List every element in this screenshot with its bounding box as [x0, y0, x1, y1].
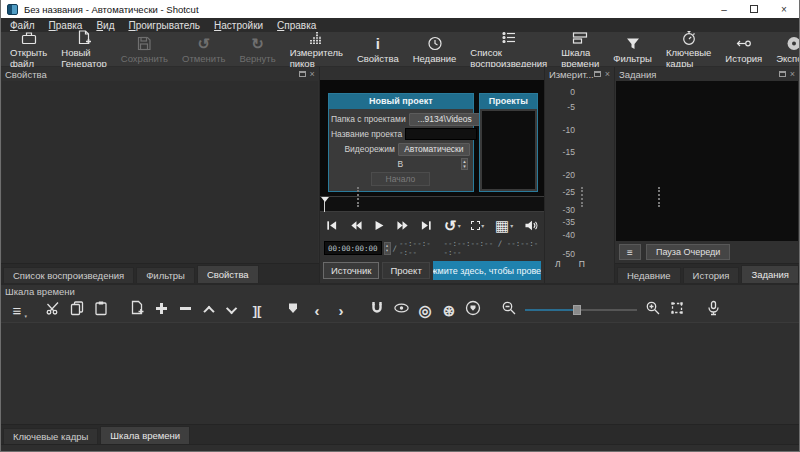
snap-button[interactable] — [365, 299, 389, 321]
position-timecode[interactable]: 00:00:00:00 — [324, 241, 382, 255]
playhead-icon[interactable] — [321, 197, 329, 202]
volume-button[interactable] — [524, 219, 539, 232]
start-button[interactable]: Начало — [371, 172, 431, 186]
tab-filters[interactable]: Фильтры — [136, 267, 195, 283]
prev-marker-button[interactable]: ‹ — [305, 299, 329, 321]
marker-button[interactable] — [281, 299, 305, 321]
skip-end-button[interactable] — [420, 219, 433, 232]
timeline-tracks-area[interactable] — [1, 322, 799, 424]
zoom-out-icon — [501, 300, 517, 320]
fast-forward-button[interactable] — [396, 219, 410, 232]
rewind-button[interactable] — [349, 219, 363, 232]
seek-bar[interactable] — [320, 196, 544, 213]
skip-start-button[interactable] — [325, 219, 338, 232]
zoom-toggle-button[interactable]: ▾ — [471, 221, 484, 230]
append-button[interactable] — [125, 299, 149, 321]
tab-recent[interactable]: Недавние — [617, 267, 681, 283]
project-name-input[interactable] — [405, 128, 477, 140]
close-dock-icon[interactable]: × — [790, 70, 795, 79]
scrub-button[interactable] — [389, 299, 413, 321]
tab-playlist[interactable]: Список воспроизведения — [3, 267, 134, 283]
export-button[interactable]: Экспорт — [769, 34, 800, 65]
redo-button[interactable]: ↻ Вернуть — [232, 34, 282, 65]
projects-list[interactable] — [482, 111, 535, 189]
timeline-zoom-slider[interactable] — [525, 303, 637, 317]
properties-panel-body — [2, 81, 318, 263]
paste-button[interactable] — [89, 299, 113, 321]
tab-jobs[interactable]: Задания — [741, 265, 799, 283]
loop-icon: ↺ — [444, 218, 457, 233]
history-button[interactable]: История — [718, 34, 769, 65]
record-audio-button[interactable] — [701, 299, 725, 321]
info-icon: i — [376, 35, 380, 52]
left-dock-tabbar: Список воспроизведения Фильтры Свойства — [1, 263, 319, 283]
slider-thumb[interactable] — [573, 305, 581, 315]
zoom-out-button[interactable] — [497, 299, 521, 321]
loop-button[interactable]: ↺▾ — [444, 218, 461, 233]
float-dock-icon[interactable] — [594, 71, 601, 77]
copy-button[interactable] — [65, 299, 89, 321]
marker-icon — [286, 301, 300, 319]
history-icon — [735, 35, 753, 52]
ripple-markers-button[interactable] — [461, 299, 485, 321]
jobs-menu-button[interactable]: ≡ — [619, 244, 641, 260]
undo-button[interactable]: ↺ Отменить — [175, 34, 232, 65]
tab-project[interactable]: Проект — [382, 262, 429, 279]
zoom-in-icon — [645, 300, 661, 320]
peak-meter-button[interactable]: Измеритель пиков — [283, 28, 350, 70]
add-track-button[interactable] — [149, 299, 173, 321]
new-generator-button[interactable]: Новый Генератор — [54, 28, 114, 70]
recent-button[interactable]: Недавние — [406, 34, 464, 65]
split-button[interactable]: ][ — [245, 299, 269, 321]
status-strip — [1, 444, 799, 451]
filters-button[interactable]: Фильтры — [606, 34, 659, 65]
menu-settings[interactable]: Настройки — [207, 18, 270, 32]
playlist-button[interactable]: Список воспроизведения — [463, 28, 554, 70]
float-dock-icon[interactable] — [779, 71, 786, 77]
timeline-button[interactable]: Шкала времени — [554, 28, 606, 70]
float-dock-icon[interactable] — [299, 71, 306, 77]
tab-history[interactable]: История — [683, 267, 740, 283]
chevron-down-icon — [226, 303, 237, 314]
menu-player[interactable]: Проигрыватель — [121, 18, 207, 32]
cut-button[interactable] — [41, 299, 65, 321]
minimize-button[interactable]: – — [709, 0, 739, 18]
ripple-button[interactable]: ◎ — [413, 299, 437, 321]
lift-button[interactable] — [197, 299, 221, 321]
splitter-handle[interactable] — [658, 187, 660, 207]
peak-meter-header: Измерит... × — [545, 67, 614, 81]
video-mode-dropdown[interactable]: Автоматически — [398, 143, 470, 156]
timecode-spinner[interactable]: ▴▾ — [384, 242, 391, 255]
tab-keyframes[interactable]: Ключевые кадры — [3, 428, 98, 444]
zoom-in-button[interactable] — [641, 299, 665, 321]
ripple-all-tracks-button[interactable]: ⊛ — [437, 299, 461, 321]
overwrite-button[interactable] — [221, 299, 245, 321]
pause-queue-button[interactable]: Пауза Очереди — [646, 244, 730, 260]
tab-source[interactable]: Источник — [323, 262, 380, 279]
splitter-handle[interactable] — [357, 187, 359, 207]
next-marker-button[interactable]: › — [329, 299, 353, 321]
properties-button[interactable]: i Свойства — [350, 34, 406, 65]
ripple-delete-button[interactable] — [173, 299, 197, 321]
tab-properties[interactable]: Свойства — [197, 265, 259, 283]
db-label: -20 — [549, 170, 575, 180]
tab-timeline[interactable]: Шкала времени — [100, 426, 190, 444]
play-button[interactable] — [373, 219, 385, 232]
save-button[interactable]: Сохранить — [114, 34, 175, 65]
update-check-button[interactable]: Нажмите здесь, чтобы провер... — [433, 261, 541, 280]
close-dock-icon[interactable]: × — [310, 70, 315, 79]
keyframes-button[interactable]: Ключевые кадры — [659, 28, 718, 70]
zoom-fit-button[interactable] — [665, 299, 689, 321]
open-file-button[interactable]: Открыть файл — [3, 28, 54, 70]
splitter-handle[interactable] — [581, 187, 583, 207]
maximize-button[interactable] — [739, 0, 769, 18]
jobs-list[interactable] — [616, 81, 798, 241]
grid-button[interactable]: ▦▾ — [495, 219, 513, 232]
chevron-right-icon: › — [339, 304, 344, 317]
close-button[interactable]: × — [769, 0, 799, 18]
timeline-menu-button[interactable]: ≡▾ — [5, 299, 29, 321]
projects-folder-button[interactable]: ...9134\Videos — [409, 113, 481, 126]
db-label: -40 — [549, 230, 575, 240]
close-dock-icon[interactable]: × — [605, 70, 610, 79]
aspect-spinner[interactable]: ▴▾ — [461, 158, 468, 170]
